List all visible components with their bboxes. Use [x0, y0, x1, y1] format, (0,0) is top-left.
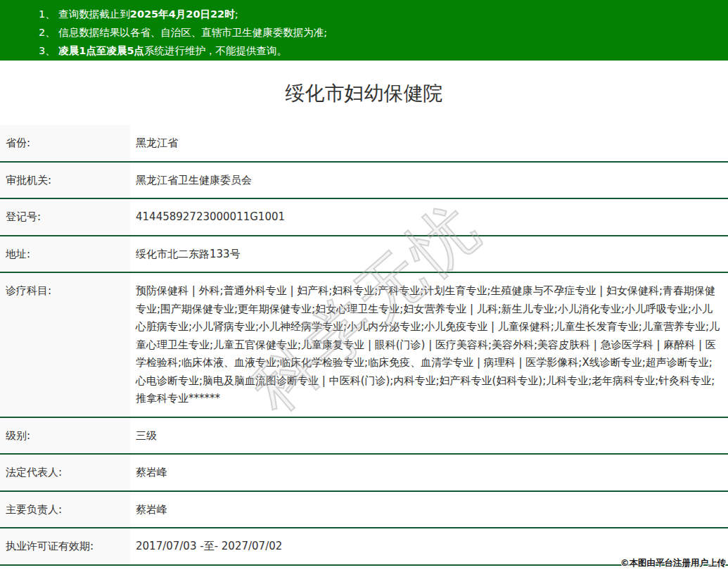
- notice-line-2-text: 2、 信息数据结果以各省、自治区、直辖市卫生健康委数据为准;: [39, 27, 327, 38]
- table-row: 审批机关: 黑龙江省卫生健康委员会: [0, 162, 728, 199]
- notice-line-2: 2、 信息数据结果以各省、自治区、直辖市卫生健康委数据为准;: [39, 23, 721, 42]
- notice-line-1-bold: 2025年4月20日22时: [130, 8, 235, 20]
- hospital-info-table: 省份: 黑龙江省 审批机关: 黑龙江省卫生健康委员会 登记号: 41445892…: [0, 125, 728, 566]
- table-row: 省份: 黑龙江省: [0, 125, 728, 162]
- notice-line-3: 3、 凌晨1点至凌晨5点系统进行维护，不能提供查询。: [39, 42, 721, 60]
- table-row: 级别: 三级: [0, 417, 728, 455]
- table-row: 诊疗科目: 预防保健科 | 外科;普通外科专业 | 妇产科;妇科专业;产科专业;…: [0, 272, 728, 417]
- notice-banner: 1、 查询数据截止到2025年4月20日22时; 2、 信息数据结果以各省、自治…: [0, 0, 728, 61]
- copyright-stamp: ©本图由平台注册用户上传: [620, 557, 726, 569]
- notice-line-3-bold: 凌晨1点至凌晨5点: [58, 45, 144, 56]
- row-label-address: 地址:: [0, 236, 130, 273]
- row-label-approval-authority: 审批机关:: [0, 162, 130, 199]
- row-value-approval-authority: 黑龙江省卫生健康委员会: [130, 162, 728, 199]
- row-value-address: 绥化市北二东路133号: [130, 236, 728, 273]
- row-label-legal-representative: 法定代表人:: [0, 454, 130, 491]
- row-label-registration-number: 登记号:: [0, 198, 130, 236]
- notice-line-1: 1、 查询数据截止到2025年4月20日22时;: [39, 5, 721, 23]
- notice-line-1-text: 1、 查询数据截止到: [39, 8, 130, 20]
- page-title: 绥化市妇幼保健院: [0, 79, 728, 108]
- row-label-province: 省份:: [0, 125, 130, 162]
- row-value-registration-number: 41445892723000011G1001: [130, 198, 728, 236]
- row-value-medical-subjects: 预防保健科 | 外科;普通外科专业 | 妇产科;妇科专业;产科专业;计划生育专业…: [130, 272, 728, 417]
- row-value-level: 三级: [130, 417, 728, 455]
- table-row: 执业许可证有效期: 2017/07/03 -至- 2027/07/02: [0, 528, 728, 565]
- row-label-medical-subjects: 诊疗科目:: [0, 272, 130, 417]
- row-label-license-validity: 执业许可证有效期:: [0, 528, 130, 565]
- table-row: 主要负责人: 蔡岩峰: [0, 491, 728, 528]
- row-label-principal-person: 主要负责人:: [0, 491, 130, 528]
- table-row: 法定代表人: 蔡岩峰: [0, 454, 728, 491]
- row-label-level: 级别:: [0, 417, 130, 455]
- row-value-province: 黑龙江省: [130, 125, 728, 162]
- table-row: 地址: 绥化市北二东路133号: [0, 236, 728, 273]
- notice-line-3-text: 3、: [39, 45, 58, 56]
- table-row: 登记号: 41445892723000011G1001: [0, 198, 728, 236]
- row-value-principal-person: 蔡岩峰: [130, 491, 728, 528]
- row-value-legal-representative: 蔡岩峰: [130, 454, 728, 491]
